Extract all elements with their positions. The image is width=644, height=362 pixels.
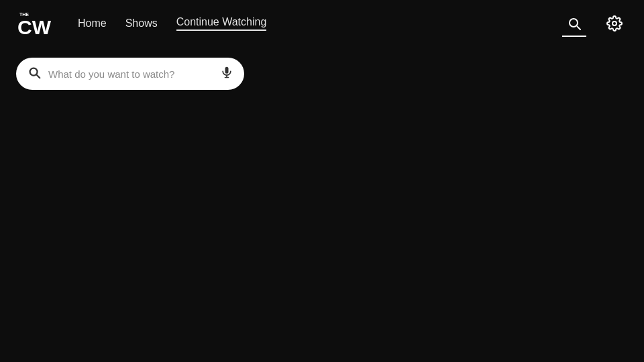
search-icon [566,15,582,32]
settings-button[interactable] [601,10,628,37]
nav-item-shows[interactable]: Shows [125,17,158,29]
search-input[interactable] [48,68,213,80]
header-left: THE CW Home Shows Continue Watching [16,9,266,38]
main-nav: Home Shows Continue Watching [78,16,266,31]
nav-item-home[interactable]: Home [78,17,107,29]
microphone-icon[interactable] [220,66,233,82]
header-right [561,10,628,37]
gear-icon [606,15,623,32]
svg-rect-2 [225,67,229,74]
search-bar[interactable] [16,58,244,90]
search-button[interactable] [561,10,588,37]
search-area [0,47,644,101]
svg-text:CW: CW [17,16,52,38]
cw-logo[interactable]: THE CW [16,9,56,38]
search-active-indicator [562,36,586,37]
nav-item-continue-watching[interactable]: Continue Watching [176,16,267,31]
search-bar-icon [27,65,42,82]
header: THE CW Home Shows Continue Watching [0,0,644,47]
search-button-wrapper [561,10,588,37]
